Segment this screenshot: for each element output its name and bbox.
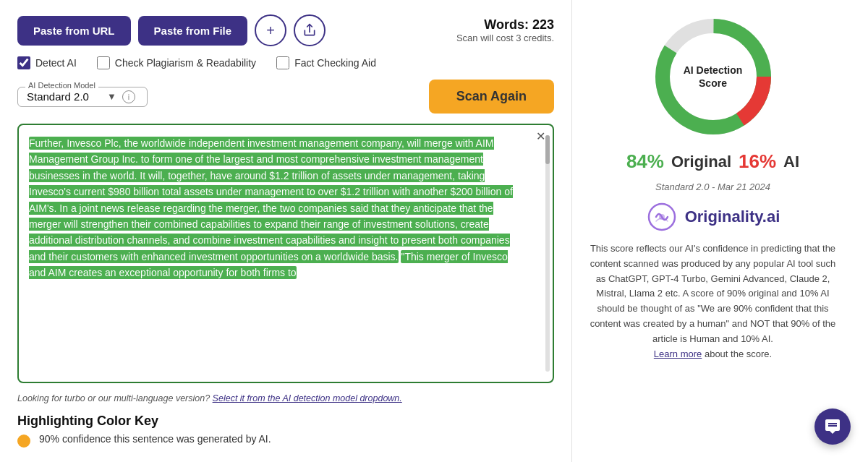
highlighted-text: Further, Invesco Plc, the worldwide inde… xyxy=(29,137,513,263)
score-ai-label: AI xyxy=(783,153,799,171)
detect-ai-label: Detect AI xyxy=(35,57,77,69)
fact-check-checkbox[interactable] xyxy=(276,56,289,69)
hint-text: Looking for turbo or our multi-language … xyxy=(17,393,554,403)
detect-ai-checkbox[interactable] xyxy=(17,56,30,69)
chat-bubble-button[interactable] xyxy=(814,408,851,445)
checkbox-row: Detect AI Check Plagiarism & Readability… xyxy=(17,56,554,69)
chat-icon xyxy=(824,418,841,435)
model-row: AI Detection Model Standard 2.0 Turbo Mu… xyxy=(17,80,554,114)
word-count: Words: 223 xyxy=(456,17,554,33)
fact-check-checkbox-item[interactable]: Fact Checking Aid xyxy=(276,56,376,69)
learn-more-suffix: about the score. xyxy=(702,348,772,359)
add-icon: + xyxy=(266,22,275,39)
model-select[interactable]: Standard 2.0 Turbo Multi-language xyxy=(27,90,101,103)
plagiarism-checkbox-item[interactable]: Check Plagiarism & Readability xyxy=(97,56,256,69)
model-label-float: AI Detection Model xyxy=(25,81,98,90)
learn-more-link[interactable]: Learn more xyxy=(654,348,702,359)
originality-logo-icon xyxy=(646,201,678,233)
orange-dot-icon xyxy=(17,435,30,448)
hint-text-main: Looking for turbo or our multi-language … xyxy=(17,393,213,403)
logo-row: Originality.ai xyxy=(646,201,780,233)
fact-check-label: Fact Checking Aid xyxy=(294,57,376,69)
paste-file-button[interactable]: Paste from File xyxy=(138,16,248,46)
text-content[interactable]: Further, Invesco Plc, the worldwide inde… xyxy=(19,125,553,313)
scrollbar-track xyxy=(545,135,550,372)
description-text: This score reflects our AI's confidence … xyxy=(587,241,839,362)
scan-date: Standard 2.0 - Mar 21 2024 xyxy=(655,181,770,192)
right-panel: AI DetectionScore 84% Original 16% AI St… xyxy=(571,0,854,462)
highlight-key: Highlighting Color Key 90% confidence th… xyxy=(17,414,554,448)
highlight-key-text: 90% confidence this sentence was generat… xyxy=(39,433,271,445)
plagiarism-label: Check Plagiarism & Readability xyxy=(115,57,256,69)
close-button[interactable]: ✕ xyxy=(536,131,545,142)
score-original-pct: 84% xyxy=(626,150,664,173)
score-original-label: Original xyxy=(671,153,731,171)
score-row: 84% Original 16% AI xyxy=(626,150,799,173)
donut-wrapper: AI DetectionScore xyxy=(648,12,778,142)
scan-again-button[interactable]: Scan Again xyxy=(429,80,554,114)
highlight-key-title: Highlighting Color Key xyxy=(17,414,554,429)
toolbar: Paste from URL Paste from File + Words: … xyxy=(17,14,554,46)
share-button[interactable] xyxy=(294,14,326,46)
add-button[interactable]: + xyxy=(255,14,286,46)
chevron-down-icon: ▼ xyxy=(107,91,116,102)
scan-cost: Scan will cost 3 credits. xyxy=(456,33,554,43)
logo-text: Originality.ai xyxy=(685,208,780,226)
highlight-key-item: 90% confidence this sentence was generat… xyxy=(17,433,554,448)
donut-label: AI DetectionScore xyxy=(684,64,743,90)
detect-ai-checkbox-item[interactable]: Detect AI xyxy=(17,56,77,69)
model-select-wrapper: AI Detection Model Standard 2.0 Turbo Mu… xyxy=(17,87,148,107)
score-ai-pct: 16% xyxy=(739,150,776,173)
paste-url-button[interactable]: Paste from URL xyxy=(17,16,131,46)
plagiarism-checkbox[interactable] xyxy=(97,56,110,69)
share-icon xyxy=(302,23,317,38)
hint-link[interactable]: Select it from the AI detection model dr… xyxy=(213,393,402,403)
text-area-wrapper: ✕ Further, Invesco Plc, the worldwide in… xyxy=(17,124,554,383)
donut-chart: AI DetectionScore xyxy=(648,12,778,142)
info-icon[interactable]: i xyxy=(122,90,135,103)
description-body: This score reflects our AI's confidence … xyxy=(590,243,836,344)
scrollbar-thumb[interactable] xyxy=(545,135,550,164)
word-count-area: Words: 223 Scan will cost 3 credits. xyxy=(456,17,554,43)
